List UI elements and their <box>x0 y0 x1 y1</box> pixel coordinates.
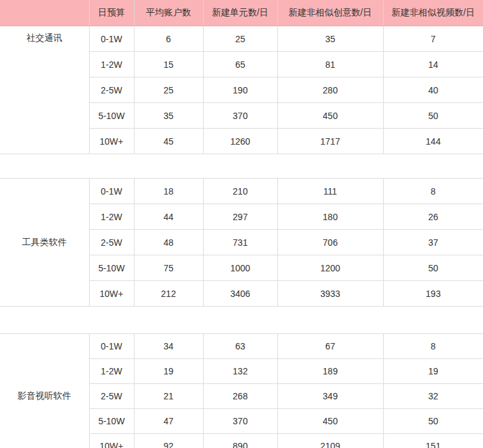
value-cell: 6 <box>134 26 203 52</box>
value-cell: 3933 <box>277 281 383 307</box>
value-cell: 32 <box>383 384 483 409</box>
value-cell: 47 <box>134 409 203 434</box>
value-cell: 44 <box>134 204 203 230</box>
value-cell: 35 <box>277 26 383 52</box>
value-cell: 297 <box>203 204 277 230</box>
value-cell: 349 <box>277 384 383 409</box>
budget-cell: 0-1W <box>89 179 134 204</box>
value-cell: 25 <box>134 77 203 103</box>
section-gap <box>0 307 483 334</box>
table-row: 社交通讯 0-1W 6 25 35 7 <box>0 26 483 52</box>
value-cell: 50 <box>383 409 483 434</box>
value-cell: 706 <box>277 230 383 255</box>
value-cell: 7 <box>383 26 483 52</box>
column-header-new-creatives: 新建非相似创意数/日 <box>277 0 383 26</box>
budget-cell: 2-5W <box>89 230 134 255</box>
value-cell: 34 <box>134 334 203 359</box>
value-cell: 111 <box>277 179 383 204</box>
value-cell: 180 <box>277 204 383 230</box>
value-cell: 151 <box>383 434 483 448</box>
value-cell: 450 <box>277 103 383 129</box>
value-cell: 212 <box>134 281 203 307</box>
table-row: 工具类软件 0-1W 18 210 111 8 <box>0 179 483 204</box>
value-cell: 189 <box>277 359 383 384</box>
value-cell: 268 <box>203 384 277 409</box>
column-header-avg-accounts: 平均账户数 <box>134 0 203 26</box>
value-cell: 1260 <box>203 129 277 154</box>
gap-cell <box>0 154 483 179</box>
category-cell: 影音视听软件 <box>0 334 89 448</box>
section-utility-software: 工具类软件 0-1W 18 210 111 8 1-2W 44 297 180 … <box>0 179 483 307</box>
column-header-new-videos: 新建非相似视频数/日 <box>383 0 483 26</box>
value-cell: 1717 <box>277 129 383 154</box>
value-cell: 21 <box>134 384 203 409</box>
value-cell: 370 <box>203 409 277 434</box>
value-cell: 8 <box>383 334 483 359</box>
column-header-new-units: 新建单元数/日 <box>203 0 277 26</box>
value-cell: 14 <box>383 52 483 77</box>
value-cell: 15 <box>134 52 203 77</box>
value-cell: 132 <box>203 359 277 384</box>
budget-cell: 5-10W <box>89 255 134 281</box>
budget-cell: 1-2W <box>89 359 134 384</box>
value-cell: 193 <box>383 281 483 307</box>
value-cell: 45 <box>134 129 203 154</box>
value-cell: 370 <box>203 103 277 129</box>
value-cell: 92 <box>134 434 203 448</box>
value-cell: 1200 <box>277 255 383 281</box>
budget-cell: 5-10W <box>89 103 134 129</box>
budget-cell: 10W+ <box>89 281 134 307</box>
value-cell: 40 <box>383 77 483 103</box>
value-cell: 63 <box>203 334 277 359</box>
value-cell: 48 <box>134 230 203 255</box>
value-cell: 210 <box>203 179 277 204</box>
header-row: 日预算 平均账户数 新建单元数/日 新建非相似创意数/日 新建非相似视频数/日 <box>0 0 483 26</box>
table-header: 日预算 平均账户数 新建单元数/日 新建非相似创意数/日 新建非相似视频数/日 <box>0 0 483 26</box>
section-audio-video-software: 影音视听软件 0-1W 34 63 67 8 1-2W 19 132 189 1… <box>0 334 483 448</box>
gap-cell <box>0 307 483 334</box>
budget-cell: 0-1W <box>89 26 134 52</box>
budget-cell: 10W+ <box>89 129 134 154</box>
value-cell: 144 <box>383 129 483 154</box>
value-cell: 8 <box>383 179 483 204</box>
column-header-category <box>0 0 89 26</box>
value-cell: 19 <box>134 359 203 384</box>
value-cell: 26 <box>383 204 483 230</box>
value-cell: 35 <box>134 103 203 129</box>
budget-cell: 1-2W <box>89 204 134 230</box>
value-cell: 19 <box>383 359 483 384</box>
value-cell: 37 <box>383 230 483 255</box>
section-gap-row <box>0 154 483 179</box>
value-cell: 190 <box>203 77 277 103</box>
value-cell: 67 <box>277 334 383 359</box>
value-cell: 25 <box>203 26 277 52</box>
budget-cell: 10W+ <box>89 434 134 448</box>
budget-stats-table: 日预算 平均账户数 新建单元数/日 新建非相似创意数/日 新建非相似视频数/日 … <box>0 0 483 448</box>
value-cell: 50 <box>383 103 483 129</box>
value-cell: 731 <box>203 230 277 255</box>
category-cell: 社交通讯 <box>0 26 89 154</box>
value-cell: 75 <box>134 255 203 281</box>
column-header-daily-budget: 日预算 <box>89 0 134 26</box>
budget-cell: 2-5W <box>89 384 134 409</box>
value-cell: 50 <box>383 255 483 281</box>
value-cell: 18 <box>134 179 203 204</box>
value-cell: 450 <box>277 409 383 434</box>
value-cell: 890 <box>203 434 277 448</box>
section-social-communication: 社交通讯 0-1W 6 25 35 7 1-2W 15 65 81 14 2-5… <box>0 26 483 154</box>
table-row: 影音视听软件 0-1W 34 63 67 8 <box>0 334 483 359</box>
budget-cell: 2-5W <box>89 77 134 103</box>
value-cell: 1000 <box>203 255 277 281</box>
value-cell: 81 <box>277 52 383 77</box>
value-cell: 2109 <box>277 434 383 448</box>
value-cell: 280 <box>277 77 383 103</box>
budget-cell: 0-1W <box>89 334 134 359</box>
budget-cell: 5-10W <box>89 409 134 434</box>
value-cell: 3406 <box>203 281 277 307</box>
value-cell: 65 <box>203 52 277 77</box>
budget-cell: 1-2W <box>89 52 134 77</box>
section-gap <box>0 154 483 179</box>
category-cell: 工具类软件 <box>0 179 89 307</box>
section-gap-row <box>0 307 483 334</box>
